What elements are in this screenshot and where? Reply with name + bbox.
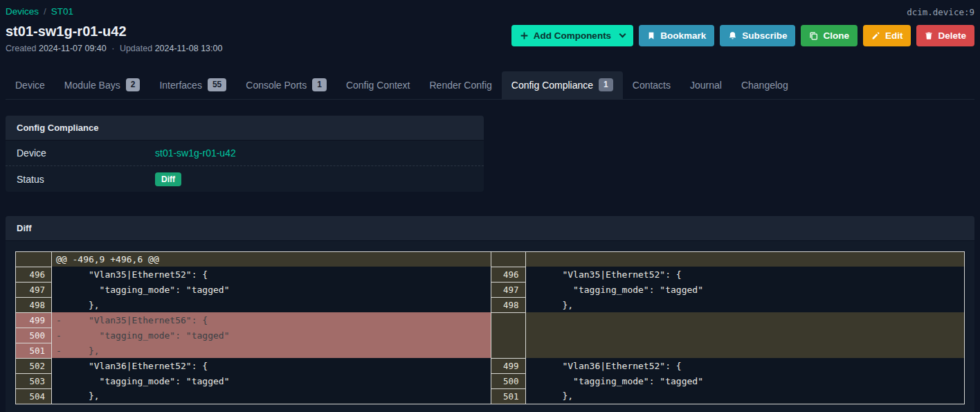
- status-badge: Diff: [155, 172, 181, 186]
- tab-module-bays[interactable]: Module Bays 2: [55, 71, 150, 99]
- tab-changelog[interactable]: Changelog: [732, 71, 798, 99]
- diff-line-number: 496: [491, 267, 525, 282]
- tab-count-badge: 1: [599, 78, 613, 91]
- breadcrumb-link-st01[interactable]: ST01: [51, 6, 73, 17]
- page-header: st01-sw1g-r01-u42 Created 2024-11-07 09:…: [6, 24, 974, 53]
- created-label: Created: [6, 44, 36, 53]
- diff-code-cell: "Vlan35|Ethernet52": {: [525, 267, 965, 282]
- tab-count-badge: 55: [208, 78, 226, 91]
- diff-code-cell: @@ -496,9 +496,6 @@: [52, 252, 491, 267]
- diff-code-cell: - },: [52, 343, 491, 358]
- tab-console-ports[interactable]: Console Ports 1: [236, 71, 336, 99]
- tab-config-compliance[interactable]: Config Compliance 1: [502, 71, 623, 99]
- page: Devices/ST01 dcim.device:9 st01-sw1g-r01…: [0, 0, 980, 412]
- delete-button[interactable]: Delete: [916, 25, 974, 46]
- title-block: st01-sw1g-r01-u42 Created 2024-11-07 09:…: [6, 24, 222, 53]
- diff-line-number: 502: [16, 358, 52, 373]
- diff-line-number: [491, 328, 525, 343]
- diff-code-cell: "tagging_mode": "tagged": [525, 373, 965, 388]
- diff-row: 500- "tagging_mode": "tagged": [16, 328, 965, 343]
- diff-line-number: 499: [16, 312, 52, 328]
- add-components-button[interactable]: Add Components: [511, 25, 634, 46]
- breadcrumb-link-devices[interactable]: Devices: [6, 6, 39, 17]
- table-row: Device st01-sw1g-r01-u42: [6, 141, 484, 166]
- diff-row: 499- "Vlan35|Ethernet56": {: [16, 312, 965, 328]
- tab-journal[interactable]: Journal: [680, 71, 732, 99]
- config-compliance-card: Config Compliance Device st01-sw1g-r01-u…: [6, 116, 484, 192]
- diff-code-cell: - "Vlan35|Ethernet56": {: [52, 312, 491, 328]
- diff-line-number: 500: [491, 373, 525, 388]
- diff-line-number: 496: [16, 267, 52, 282]
- tab-bar: Device Module Bays 2 Interfaces 55 Conso…: [6, 71, 974, 100]
- device-link[interactable]: st01-sw1g-r01-u42: [155, 147, 236, 159]
- diff-line-number: [491, 252, 525, 267]
- diff-code-cell: [525, 252, 965, 267]
- bookmark-icon: [647, 31, 655, 40]
- updated-value: 2024-11-08 13:00: [155, 44, 223, 53]
- object-identifier: dcim.device:9: [907, 6, 974, 17]
- row-value: Diff: [155, 172, 181, 186]
- row-label: Device: [17, 147, 155, 159]
- trash-icon: [925, 31, 933, 40]
- diff-card-body: @@ -496,9 +496,6 @@496 "Vlan35|Ethernet5…: [6, 241, 974, 412]
- diff-line-number: 503: [16, 373, 52, 388]
- plus-icon: [520, 31, 529, 40]
- edit-button[interactable]: Edit: [863, 25, 911, 46]
- diff-card-header: Diff: [6, 216, 974, 241]
- diff-line-number: 500: [16, 328, 52, 343]
- created-updated-meta: Created 2024-11-07 09:40 · Updated 2024-…: [6, 44, 222, 53]
- tab-device[interactable]: Device: [6, 71, 55, 99]
- config-compliance-card-header: Config Compliance: [6, 116, 484, 141]
- diff-code-cell: },: [52, 297, 491, 312]
- diff-code-cell: "Vlan36|Ethernet52": {: [52, 358, 491, 373]
- diff-line-number: [491, 343, 525, 358]
- tab-render-config[interactable]: Render Config: [420, 71, 502, 99]
- diff-line-number: 501: [16, 343, 52, 358]
- diff-row: 502 "Vlan36|Ethernet52": {499 "Vlan36|Et…: [16, 358, 965, 373]
- diff-code-cell: [525, 312, 965, 328]
- diff-row: 504 },501 },: [16, 388, 965, 404]
- copy-icon: [809, 31, 818, 40]
- diff-code-cell: "tagging_mode": "tagged": [52, 282, 491, 297]
- diff-line-number: 498: [491, 297, 525, 312]
- meta-separator: ·: [111, 44, 114, 53]
- diff-code-cell: },: [52, 388, 491, 404]
- diff-line-number: 497: [491, 282, 525, 297]
- diff-row: 501- },: [16, 343, 965, 358]
- diff-code-cell: [525, 343, 965, 358]
- tab-interfaces[interactable]: Interfaces 55: [149, 71, 236, 99]
- row-label: Status: [17, 174, 155, 185]
- breadcrumb-separator: /: [44, 6, 46, 17]
- table-row: Status Diff: [6, 166, 484, 192]
- diff-code-cell: [525, 328, 965, 343]
- breadcrumb: Devices/ST01: [6, 6, 73, 17]
- diff-line-number: 504: [16, 388, 52, 404]
- diff-table: @@ -496,9 +496,6 @@496 "Vlan35|Ethernet5…: [15, 251, 965, 404]
- tab-config-context[interactable]: Config Context: [336, 71, 420, 99]
- diff-code-cell: "tagging_mode": "tagged": [525, 282, 965, 297]
- bookmark-button[interactable]: Bookmark: [639, 25, 714, 46]
- page-title: st01-sw1g-r01-u42: [6, 24, 222, 39]
- diff-row: 498 },498 },: [16, 297, 965, 312]
- diff-code-cell: - "tagging_mode": "tagged": [52, 328, 491, 343]
- pencil-icon: [871, 31, 880, 40]
- diff-code-cell: "Vlan36|Ethernet52": {: [525, 358, 965, 373]
- diff-line-number: 501: [491, 388, 525, 404]
- diff-line-number: 497: [16, 282, 52, 297]
- diff-line-number: [491, 312, 525, 328]
- diff-line-number: [16, 252, 52, 267]
- tab-contacts[interactable]: Contacts: [623, 71, 680, 99]
- diff-row: @@ -496,9 +496,6 @@: [16, 252, 965, 267]
- diff-row: 503 "tagging_mode": "tagged"500 "tagging…: [16, 373, 965, 388]
- action-buttons: Add Components Bookmark Subscribe Clone …: [511, 25, 974, 46]
- diff-code-cell: },: [525, 297, 965, 312]
- tab-count-badge: 2: [126, 78, 140, 91]
- created-value: 2024-11-07 09:40: [39, 44, 107, 53]
- topbar: Devices/ST01 dcim.device:9: [6, 0, 974, 17]
- tab-count-badge: 1: [312, 78, 327, 91]
- updated-label: Updated: [120, 44, 152, 53]
- subscribe-button[interactable]: Subscribe: [720, 25, 795, 46]
- clone-button[interactable]: Clone: [801, 25, 858, 46]
- bell-icon: [728, 31, 737, 40]
- diff-line-number: 498: [16, 297, 52, 312]
